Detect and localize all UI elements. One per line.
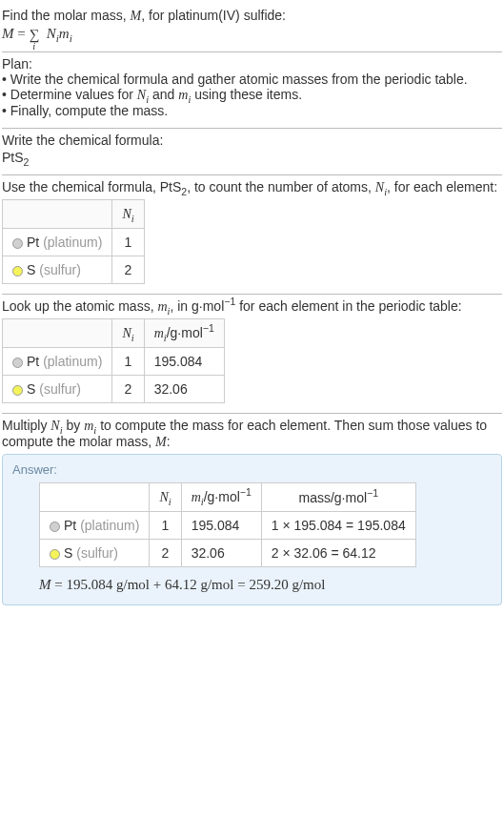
element-cell: Pt (platinum) bbox=[3, 348, 112, 376]
el-name: (platinum) bbox=[43, 354, 102, 369]
table-row: Pt (platinum) 1 195.084 1 × 195.084 = 19… bbox=[40, 512, 416, 540]
mass-sup: −1 bbox=[224, 296, 235, 307]
ni-value: 2 bbox=[112, 256, 144, 284]
el-sym: S bbox=[27, 262, 35, 277]
count-a: Use the chemical formula, PtS bbox=[2, 179, 181, 194]
plan-Ni: Ni bbox=[137, 88, 149, 102]
table-row: S (sulfur) 2 32.06 2 × 32.06 = 64.12 bbox=[40, 540, 416, 567]
mass-c: for each element in the periodic table: bbox=[235, 298, 461, 314]
mass-a: Look up the atomic mass, bbox=[2, 298, 157, 314]
molar-mass-formula: M = ∑i Nimi bbox=[2, 26, 502, 42]
ni-header: Ni bbox=[112, 200, 144, 229]
el-sym: Pt bbox=[64, 518, 76, 533]
mass-header: mass/g·mol−1 bbox=[261, 483, 415, 512]
mass-table: Ni mi/g·mol−1 Pt (platinum) 1 195.084 S … bbox=[2, 318, 225, 403]
count-table: Ni Pt (platinum) 1 S (sulfur) 2 bbox=[2, 199, 145, 284]
ni-header: Ni bbox=[150, 483, 181, 512]
el-sym: S bbox=[27, 381, 35, 397]
count-text: Use the chemical formula, PtS2, to count… bbox=[2, 179, 502, 195]
mult-M: M bbox=[155, 435, 167, 449]
final-text: = 195.084 g/mol + 64.12 g/mol = 259.20 g… bbox=[51, 577, 326, 592]
plan-bullet-1: • Write the chemical formula and gather … bbox=[2, 72, 502, 87]
mass-block: Look up the atomic mass, mi, in g·mol−1 … bbox=[2, 295, 502, 413]
chemical-formula: PtS2 bbox=[2, 150, 502, 165]
table-header-row: Ni bbox=[3, 200, 145, 229]
plan-bullet-3: • Finally, compute the mass. bbox=[2, 103, 502, 118]
ni-header: Ni bbox=[112, 319, 144, 348]
ni-value: 1 bbox=[112, 229, 144, 256]
formula-base: PtS bbox=[2, 150, 24, 165]
intro-line: Find the molar mass, M, for platinum(IV)… bbox=[2, 8, 502, 24]
el-name: (sulfur) bbox=[39, 262, 81, 277]
element-cell: S (sulfur) bbox=[3, 256, 112, 284]
calc-value: 1 × 195.084 = 195.084 bbox=[261, 512, 415, 540]
intro-M: M bbox=[131, 9, 142, 23]
pt-swatch-icon bbox=[12, 238, 23, 249]
el-name: (platinum) bbox=[43, 235, 102, 250]
mass-header-text: mass/g·mol bbox=[298, 490, 367, 505]
ni-value: 2 bbox=[112, 376, 144, 403]
element-cell: S (sulfur) bbox=[40, 540, 150, 567]
element-cell: Pt (platinum) bbox=[40, 512, 150, 540]
formula-heading: Write the chemical formula: bbox=[2, 133, 502, 148]
mass-mi: mi bbox=[157, 299, 170, 314]
intro-block: Find the molar mass, M, for platinum(IV)… bbox=[2, 4, 502, 51]
table-header-row: Ni mi/g·mol−1 mass/g·mol−1 bbox=[40, 483, 416, 512]
final-result: M = 195.084 g/mol + 64.12 g/mol = 259.20… bbox=[39, 577, 492, 593]
table-row: S (sulfur) 2 bbox=[3, 256, 145, 284]
plan-bullet-2: • Determine values for Ni and mi using t… bbox=[2, 87, 502, 103]
mi-value: 32.06 bbox=[181, 540, 261, 567]
intro-text-b: , for platinum(IV) sulfide: bbox=[141, 8, 286, 23]
plan-block: Plan: • Write the chemical formula and g… bbox=[2, 52, 502, 128]
ni-value: 1 bbox=[112, 348, 144, 376]
formula-block: Write the chemical formula: PtS2 bbox=[2, 129, 502, 174]
el-name: (platinum) bbox=[80, 518, 139, 533]
multiply-block: Multiply Ni by mi to compute the mass fo… bbox=[2, 414, 502, 609]
mass-text: Look up the atomic mass, mi, in g·mol−1 … bbox=[2, 298, 502, 315]
mult-a: Multiply bbox=[2, 418, 50, 433]
pt-swatch-icon bbox=[12, 358, 23, 368]
mi-header: mi/g·mol−1 bbox=[181, 483, 261, 512]
plan-mi: mi bbox=[178, 88, 191, 102]
calc-value: 2 × 32.06 = 64.12 bbox=[261, 540, 415, 567]
ni-value: 1 bbox=[150, 512, 181, 540]
el-name: (sulfur) bbox=[76, 545, 118, 561]
s-swatch-icon bbox=[50, 549, 60, 560]
count-block: Use the chemical formula, PtS2, to count… bbox=[2, 175, 502, 294]
blank-header bbox=[40, 483, 150, 512]
mult-Ni: Ni bbox=[50, 419, 62, 433]
intro-text-a: Find the molar mass, bbox=[2, 8, 131, 23]
blank-header bbox=[3, 200, 112, 229]
plan-b2-c: using these items. bbox=[191, 87, 302, 102]
answer-table: Ni mi/g·mol−1 mass/g·mol−1 Pt (platinum)… bbox=[39, 482, 416, 567]
table-header-row: Ni mi/g·mol−1 bbox=[3, 319, 225, 348]
element-cell: Pt (platinum) bbox=[3, 229, 112, 256]
plan-b2-b: and bbox=[149, 87, 178, 102]
mi-header: mi/g·mol−1 bbox=[144, 319, 224, 348]
mass-b: , in g·mol bbox=[170, 298, 224, 314]
el-sym: Pt bbox=[27, 235, 39, 250]
blank-header bbox=[3, 319, 112, 348]
table-row: S (sulfur) 2 32.06 bbox=[3, 376, 225, 403]
s-swatch-icon bbox=[12, 266, 23, 276]
element-cell: S (sulfur) bbox=[3, 376, 112, 403]
ni-value: 2 bbox=[150, 540, 181, 567]
count-c: , for each element: bbox=[387, 179, 497, 194]
mult-mi: mi bbox=[84, 419, 96, 433]
mi-value: 32.06 bbox=[144, 376, 224, 403]
answer-label: Answer: bbox=[12, 462, 492, 477]
count-b: , to count the number of atoms, bbox=[187, 179, 375, 194]
el-name: (sulfur) bbox=[39, 381, 81, 397]
s-swatch-icon bbox=[12, 385, 23, 396]
el-sym: Pt bbox=[27, 354, 39, 369]
count-Ni: Ni bbox=[375, 180, 387, 194]
pt-swatch-icon bbox=[50, 522, 60, 532]
mult-d: : bbox=[167, 434, 171, 449]
answer-box: Answer: Ni mi/g·mol−1 mass/g·mol−1 Pt (p… bbox=[2, 454, 502, 605]
mult-b: by bbox=[63, 418, 85, 433]
table-row: Pt (platinum) 1 195.084 bbox=[3, 348, 225, 376]
plan-heading: Plan: bbox=[2, 56, 502, 72]
multiply-text: Multiply Ni by mi to compute the mass fo… bbox=[2, 418, 502, 450]
table-row: Pt (platinum) 1 bbox=[3, 229, 145, 256]
el-sym: S bbox=[64, 545, 72, 561]
